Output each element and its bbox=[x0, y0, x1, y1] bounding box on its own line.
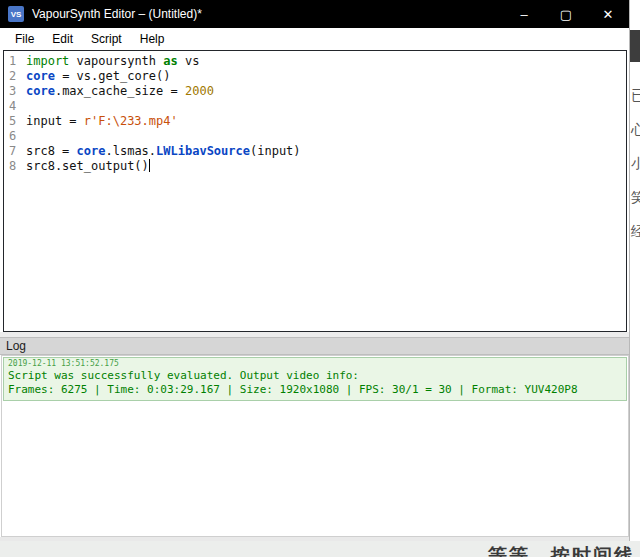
code-editor[interactable]: 1import vapoursynth as vs2core = vs.get_… bbox=[3, 50, 627, 332]
line-number: 7 bbox=[4, 144, 20, 159]
code-text: import vapoursynth as vs bbox=[26, 54, 199, 69]
line-number: 3 bbox=[4, 84, 20, 99]
code-line: 3core.max_cache_size = 2000 bbox=[4, 84, 626, 99]
window-controls: – ▢ ✕ bbox=[503, 0, 629, 28]
background-window-bottom: 等等，按时间线 bbox=[0, 541, 640, 557]
log-line-2: Frames: 6275 | Time: 0:03:29.167 | Size:… bbox=[8, 383, 622, 397]
code-text: input = r'F:\233.mp4' bbox=[26, 114, 178, 129]
code-line: 4 bbox=[4, 99, 626, 114]
log-panel-header: Log bbox=[0, 337, 629, 355]
background-glyph: 已 bbox=[631, 78, 640, 112]
line-number: 2 bbox=[4, 69, 20, 84]
maximize-button[interactable]: ▢ bbox=[545, 0, 587, 28]
background-window-right: 已心小笑经 bbox=[630, 0, 640, 557]
close-button[interactable]: ✕ bbox=[587, 0, 629, 28]
line-number: 4 bbox=[4, 99, 20, 114]
code-line: 2core = vs.get_core() bbox=[4, 69, 626, 84]
code-line: 7src8 = core.lsmas.LWLibavSource(input) bbox=[4, 144, 626, 159]
menu-item-file[interactable]: File bbox=[6, 30, 43, 48]
code-text: src8 = core.lsmas.LWLibavSource(input) bbox=[26, 144, 301, 159]
code-line: 6 bbox=[4, 129, 626, 144]
background-bottom-text: 等等，按时间线 bbox=[488, 543, 635, 557]
window-title: VapourSynth Editor – (Untitled)* bbox=[32, 7, 202, 21]
menu-item-edit[interactable]: Edit bbox=[43, 30, 82, 48]
background-glyph: 经 bbox=[631, 214, 640, 248]
log-panel-title: Log bbox=[0, 339, 26, 353]
code-line: 1import vapoursynth as vs bbox=[4, 54, 626, 69]
background-dark-block bbox=[630, 30, 640, 62]
code-text: core.max_cache_size = 2000 bbox=[26, 84, 214, 99]
minimize-button[interactable]: – bbox=[503, 0, 545, 28]
app-icon: VS bbox=[8, 6, 24, 22]
background-glyph: 心 bbox=[631, 112, 640, 146]
code-line: 8src8.set_output() bbox=[4, 159, 626, 174]
code-line: 5input = r'F:\233.mp4' bbox=[4, 114, 626, 129]
code-text: src8.set_output() bbox=[26, 159, 150, 174]
window-bottom-strip bbox=[0, 537, 629, 541]
menu-bar: FileEditScriptHelp bbox=[0, 28, 629, 50]
code-text: core = vs.get_core() bbox=[26, 69, 171, 84]
text-cursor bbox=[149, 159, 150, 172]
line-number: 5 bbox=[4, 114, 20, 129]
line-number: 1 bbox=[4, 54, 20, 69]
line-number: 6 bbox=[4, 129, 20, 144]
code-lines: 1import vapoursynth as vs2core = vs.get_… bbox=[4, 54, 626, 174]
background-right-glyphs: 已心小笑经 bbox=[631, 78, 640, 248]
log-line-1: Script was successfully evaluated. Outpu… bbox=[8, 369, 622, 383]
line-number: 8 bbox=[4, 159, 20, 174]
background-glyph: 笑 bbox=[631, 180, 640, 214]
title-bar: VS VapourSynth Editor – (Untitled)* – ▢ … bbox=[0, 0, 629, 28]
menu-item-script[interactable]: Script bbox=[82, 30, 131, 48]
vapoursynth-editor-window: VS VapourSynth Editor – (Untitled)* – ▢ … bbox=[0, 0, 630, 541]
screen: 已心小笑经 等等，按时间线 VS VapourSynth Editor – (U… bbox=[0, 0, 640, 557]
log-panel[interactable]: 2019-12-11 13:51:52.175 Script was succe… bbox=[1, 355, 629, 537]
background-glyph: 小 bbox=[631, 146, 640, 180]
log-timestamp: 2019-12-11 13:51:52.175 bbox=[8, 359, 622, 369]
log-message: 2019-12-11 13:51:52.175 Script was succe… bbox=[3, 357, 627, 401]
menu-item-help[interactable]: Help bbox=[131, 30, 174, 48]
